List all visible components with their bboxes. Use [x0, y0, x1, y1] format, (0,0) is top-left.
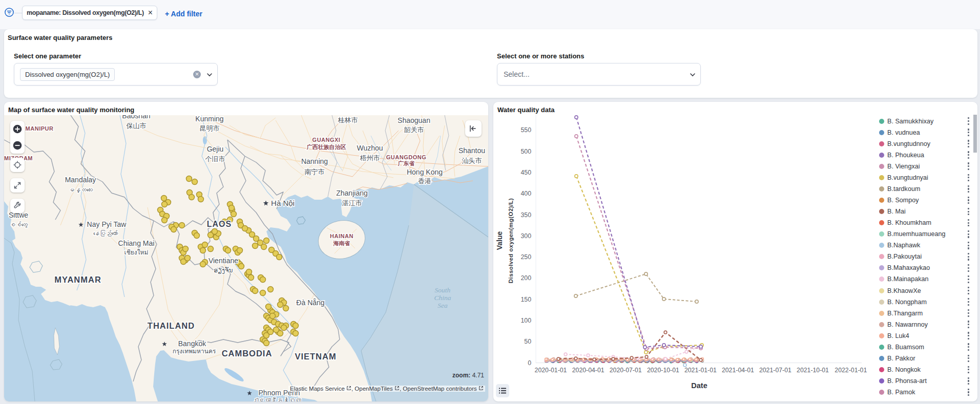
- svg-text:Kunming: Kunming: [195, 115, 223, 123]
- svg-text:0: 0: [528, 359, 531, 367]
- svg-text:เชียงใหม่: เชียงใหม่: [124, 249, 149, 256]
- svg-text:MANIPUR: MANIPUR: [26, 125, 54, 132]
- svg-text:250: 250: [520, 253, 531, 261]
- svg-text:海南省: 海南省: [333, 240, 350, 246]
- svg-text:China: China: [434, 294, 451, 302]
- svg-text:Baoshan: Baoshan: [122, 115, 150, 120]
- svg-text:2020-01-01: 2020-01-01: [535, 367, 567, 374]
- svg-text:2021-01-01: 2021-01-01: [684, 367, 717, 374]
- svg-text:Sea: Sea: [437, 302, 448, 309]
- svg-text:湛江市: 湛江市: [342, 199, 362, 207]
- svg-text:Value: Value: [495, 231, 504, 250]
- svg-text:Shantou: Shantou: [458, 146, 485, 155]
- svg-text:Hong Kong: Hong Kong: [407, 168, 443, 176]
- svg-text:LAOS: LAOS: [207, 220, 232, 228]
- svg-text:汕头市: 汕头市: [462, 157, 482, 164]
- svg-text:စစ်တွေ: စစ်တွေ: [9, 221, 28, 228]
- svg-text:THAILAND: THAILAND: [148, 321, 195, 330]
- svg-text:广东省: 广东省: [398, 160, 415, 166]
- svg-text:နေပြည်တော်: နေပြည်တော်: [93, 230, 118, 237]
- svg-text:Đà Nẵng: Đà Nẵng: [296, 299, 324, 307]
- svg-text:VIETNAM: VIETNAM: [295, 352, 336, 361]
- svg-text:Bangkok: Bangkok: [178, 339, 206, 348]
- svg-text:กรุงเทพมหานคร: กรุงเทพมหานคร: [173, 348, 216, 355]
- svg-text:South: South: [435, 286, 451, 294]
- svg-text:南宁市: 南宁市: [305, 168, 325, 176]
- svg-text:Wuzhou: Wuzhou: [357, 144, 383, 152]
- svg-text:400: 400: [520, 190, 531, 197]
- svg-text:မန္တလေး: မန္တလေး: [68, 186, 93, 194]
- svg-text:昆明市: 昆明市: [200, 124, 220, 132]
- svg-text:桂林市: 桂林市: [338, 116, 358, 124]
- svg-text:2021-10-01: 2021-10-01: [797, 367, 829, 374]
- svg-text:Zhanjiang: Zhanjiang: [336, 189, 368, 197]
- svg-text:GUANGXI: GUANGXI: [312, 137, 341, 143]
- svg-text:个旧市: 个旧市: [205, 155, 225, 163]
- svg-text:50: 50: [524, 338, 531, 345]
- svg-text:保山市: 保山市: [127, 122, 147, 130]
- svg-text:2021-04-01: 2021-04-01: [722, 367, 754, 374]
- svg-text:HAINAN: HAINAN: [330, 233, 353, 239]
- svg-text:Nay Pyi Taw: Nay Pyi Taw: [87, 220, 127, 228]
- svg-text:2020-10-01: 2020-10-01: [647, 367, 679, 374]
- svg-text:Dissolved oxygen(mg(O2)/L): Dissolved oxygen(mg(O2)/L): [508, 198, 514, 283]
- svg-text:500: 500: [520, 148, 531, 155]
- svg-text:100: 100: [520, 317, 531, 324]
- svg-text:Mandalay: Mandalay: [65, 176, 96, 184]
- svg-text:GUANGDONG: GUANGDONG: [386, 154, 426, 160]
- svg-text:Vientiane: Vientiane: [208, 257, 238, 265]
- svg-text:រាជធានីភ្នំពេញ: រាជធានីភ្នំពេញ: [253, 397, 302, 401]
- svg-text:2022-01-01: 2022-01-01: [835, 367, 867, 374]
- svg-text:ອຽງຈັນ: ອຽງຈັນ: [214, 267, 233, 274]
- svg-text:350: 350: [520, 211, 531, 219]
- svg-text:Gejiu: Gejiu: [207, 145, 224, 153]
- svg-text:450: 450: [520, 169, 531, 176]
- svg-text:300: 300: [520, 232, 531, 240]
- svg-text:香港: 香港: [418, 177, 431, 185]
- svg-text:韶关市: 韶关市: [404, 126, 424, 134]
- svg-text:2020-07-01: 2020-07-01: [610, 367, 642, 374]
- svg-text:梧州市: 梧州市: [360, 154, 380, 162]
- svg-text:550: 550: [520, 126, 531, 134]
- svg-text:150: 150: [520, 296, 531, 303]
- svg-text:Shaoguan: Shaoguan: [398, 116, 430, 124]
- svg-text:Hà Nội: Hà Nội: [271, 199, 295, 207]
- svg-text:MYANMAR: MYANMAR: [54, 275, 101, 284]
- svg-text:200: 200: [520, 274, 531, 282]
- svg-text:CAMBODIA: CAMBODIA: [222, 349, 273, 358]
- svg-text:广西壮族自治区: 广西壮族自治区: [306, 144, 346, 150]
- svg-text:Chiang Mai: Chiang Mai: [118, 239, 155, 247]
- svg-text:2021-07-01: 2021-07-01: [759, 367, 791, 374]
- svg-text:Nanning: Nanning: [301, 157, 328, 165]
- svg-text:2020-04-01: 2020-04-01: [572, 367, 604, 374]
- svg-text:Date: Date: [691, 381, 707, 390]
